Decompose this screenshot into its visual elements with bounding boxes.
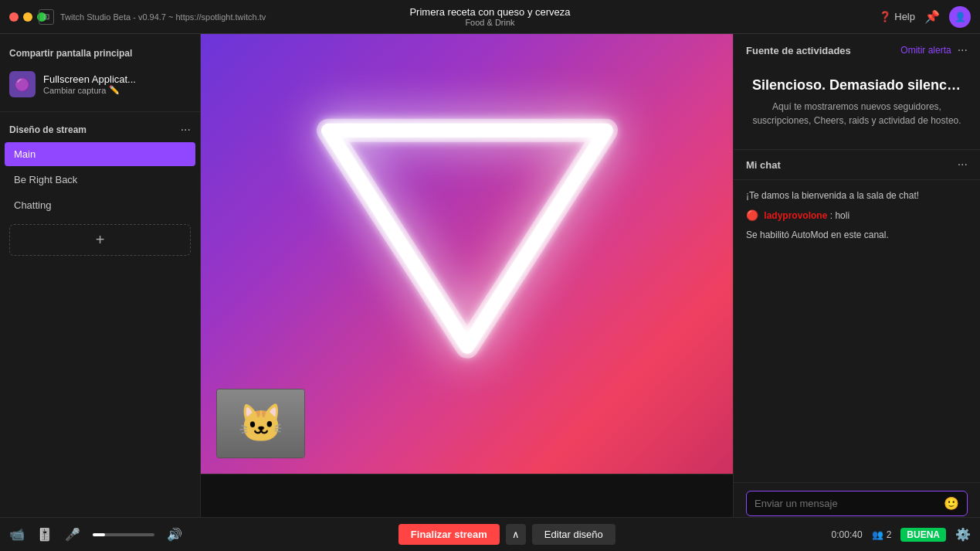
source-section-header: Compartir pantalla principal [0,43,200,63]
chat-messages: ¡Te damos la bienvenida a la sala de cha… [734,180,980,482]
source-item: 🟣 Fullscreen Applicat... Cambiar captura… [0,63,200,105]
pin-icon[interactable]: 📌 [924,9,940,24]
scene-item-be-right-back[interactable]: Be Right Back [5,168,195,192]
bottom-icons: 📹 🎚️ 🎤 🔊 [9,527,182,542]
preview-area: 🐱 [201,34,733,474]
chat-message-automod: Se habilitó AutoMod en este canal. [746,229,968,242]
svg-marker-0 [328,130,606,346]
chat-panel: Mi chat ··· ¡Te damos la bienvenida a la… [734,150,980,551]
minimize-dot[interactable] [23,12,32,22]
titlebar-right: ❓ Help 📌 👤 [879,6,971,28]
stream-timer: 0:00:40 [832,529,863,540]
change-capture-label[interactable]: Cambiar captura [43,86,106,95]
bottom-bar: 📹 🎚️ 🎤 🔊 Finalizar stream ∧ Editar diseñ… [0,517,980,551]
viewers-badge: 👥 2 [872,529,892,540]
quality-badge: BUENA [900,528,946,542]
source-info: Fullscreen Applicat... Cambiar captura ✏… [43,73,136,95]
webcam-content: 🐱 [217,389,304,457]
scene-section-header: Diseño de stream ··· [0,118,200,141]
triangle-graphic [305,99,629,380]
chat-username: ladyprovolone [764,210,827,221]
scene-label-brb: Be Right Back [14,174,77,185]
divider [0,111,200,112]
add-scene-button[interactable]: + [9,224,191,256]
source-app-icon: 🟣 [9,71,36,97]
chat-message-welcome: ¡Te damos la bienvenida a la sala de cha… [746,189,968,202]
webcam-preview: 🐱 [216,389,305,458]
chat-message-user: 🔴 ladyprovolone : holi [746,209,968,223]
window-toggle-btn[interactable]: ⊡ [39,9,54,25]
stream-category: Food & Drink [409,18,570,27]
activity-feed: Fuente de actividades Omitir alerta ··· … [734,34,980,150]
window-url: Twitch Studio Beta - v0.94.7 ~ https://s… [60,12,266,22]
right-panel: Fuente de actividades Omitir alerta ··· … [733,34,980,551]
chat-more-button[interactable]: ··· [958,158,968,172]
activity-panel-header: Fuente de actividades Omitir alerta ··· [746,43,968,57]
source-name: Fullscreen Applicat... [43,73,136,85]
stream-title: Primera receta con queso y cerveza [409,6,570,18]
chat-header: Mi chat ··· [734,150,980,180]
activity-more-button[interactable]: ··· [958,43,968,57]
sidebar: Compartir pantalla principal 🟣 Fullscree… [0,34,201,551]
scene-item-chatting[interactable]: Chatting [5,193,195,217]
scene-options-button[interactable]: ··· [181,123,191,137]
titlebar: ⊡ Twitch Studio Beta - v0.94.7 ~ https:/… [0,0,980,34]
chat-message-text: holi [835,210,849,221]
speaker-icon[interactable]: 🔊 [167,527,182,542]
close-dot[interactable] [9,12,19,22]
sliders-icon[interactable]: 🎚️ [37,527,53,542]
settings-icon[interactable]: ⚙️ [955,527,971,542]
chat-title: Mi chat [746,159,781,171]
activity-title: Fuente de actividades [746,45,851,56]
activity-empty-title: Silencioso. Demasiado silencioso... [752,77,961,94]
volume-slider[interactable] [93,533,154,536]
chat-input-wrapper: 🙂 [746,491,968,516]
activity-actions: Omitir alerta ··· [900,43,968,57]
scene-item-main[interactable]: Main [5,142,195,166]
omit-alert-button[interactable]: Omitir alerta [900,45,951,56]
viewers-count: 2 [887,529,892,540]
chat-input[interactable] [754,498,944,509]
activity-empty-desc: Aquí te mostraremos nuevos seguidores, s… [752,100,961,128]
source-sub: Cambiar captura ✏️ [43,85,136,95]
activity-empty-state: Silencioso. Demasiado silencioso... Aquí… [746,65,968,140]
main-layout: Compartir pantalla principal 🟣 Fullscree… [0,34,980,551]
question-icon: ❓ [879,11,891,22]
camera-icon[interactable]: 📹 [9,527,25,542]
help-button[interactable]: ❓ Help [879,11,915,22]
emoji-button[interactable]: 🙂 [944,496,959,511]
main-content: 🐱 [201,34,733,551]
microphone-icon[interactable]: 🎤 [65,527,80,542]
scene-label-chatting: Chatting [14,199,51,211]
bottom-center: Finalizar stream ∧ Editar diseño [192,524,822,545]
svg-marker-1 [328,130,606,346]
volume-fill [93,533,105,536]
help-label: Help [894,11,915,22]
user-badge: 🔴 [746,209,758,221]
bottom-right: 0:00:40 👥 2 BUENA ⚙️ [832,527,971,542]
scene-section-title: Diseño de stream [9,124,86,135]
chat-system-text-2: Se habilitó AutoMod en este canal. [746,230,889,240]
scene-label-main: Main [14,148,36,160]
triangle-svg [305,99,629,377]
edit-icon[interactable]: ✏️ [109,85,120,95]
end-stream-button[interactable]: Finalizar stream [398,524,500,545]
expand-button[interactable]: ∧ [506,524,526,545]
source-section-title: Compartir pantalla principal [9,48,132,59]
viewers-icon: 👥 [872,529,883,540]
titlebar-center: Primera receta con queso y cerveza Food … [409,6,570,27]
plus-icon: + [96,231,105,248]
edit-design-button[interactable]: Editar diseño [532,524,615,545]
user-avatar[interactable]: 👤 [949,6,971,28]
chat-system-text-1: ¡Te damos la bienvenida a la sala de cha… [746,190,919,201]
